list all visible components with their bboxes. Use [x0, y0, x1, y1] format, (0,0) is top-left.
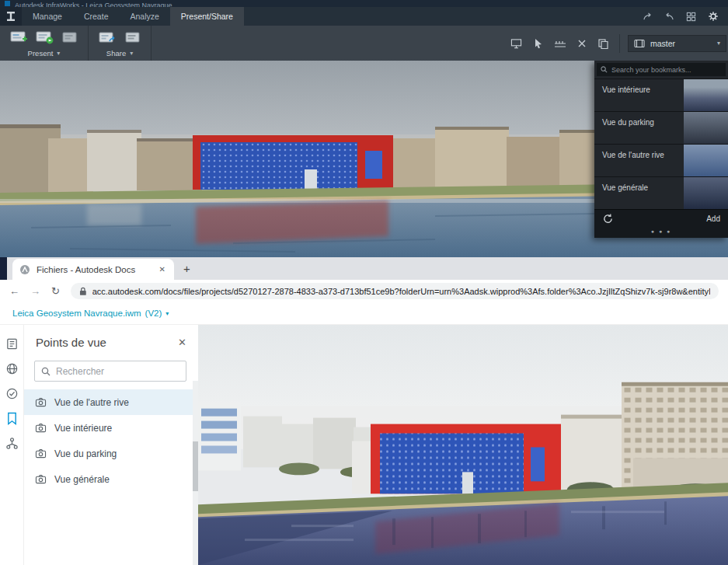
viewpoint-item[interactable]: Vue générale	[24, 466, 198, 492]
record-presentation-button[interactable]	[33, 28, 54, 47]
ribbon-tab-present-share[interactable]: Present/Share	[170, 7, 244, 26]
export-arrow-icon[interactable]	[664, 12, 674, 22]
app-menu-button[interactable]	[0, 7, 22, 26]
monitor-icon[interactable]	[510, 38, 522, 49]
infraworks-app-icon	[5, 11, 16, 22]
ribbon-right-controls	[643, 7, 728, 26]
viewpoints-panel: Points de vue ✕ Vue de l'autre rive	[23, 325, 198, 565]
storyboard-dropdown[interactable]: master ▾	[628, 35, 726, 52]
viewport-tool-cluster: master ▾	[500, 26, 728, 61]
viewpoint-item[interactable]: Vue de l'autre rive	[24, 389, 198, 415]
camera-icon	[35, 474, 47, 484]
camera-icon	[35, 397, 47, 407]
share-tool-group: Share ▾	[89, 26, 152, 61]
share-view-button[interactable]	[96, 28, 117, 47]
presentation-settings-button[interactable]	[59, 28, 80, 47]
presentation-settings-icon	[61, 30, 79, 47]
forward-button[interactable]: →	[30, 285, 40, 297]
reload-button[interactable]: ↻	[51, 285, 60, 297]
new-tab-button[interactable]: +	[183, 263, 190, 274]
left-icon-rail	[0, 325, 23, 565]
present-dropdown[interactable]: Present ▾	[28, 49, 61, 58]
camera-icon	[35, 423, 47, 433]
bookmark-item[interactable]: Vue de l'autre rive	[594, 144, 728, 176]
bookmarks-dropdown-panel: Vue intérieure Vue du parking Vue de l'a…	[594, 61, 728, 238]
viewpoints-bookmark-icon[interactable]	[6, 412, 18, 425]
ribbon-tab-bar: Manage Create Analyze Present/Share	[0, 7, 728, 26]
measure-icon[interactable]	[554, 39, 566, 48]
panel-title: Points de vue	[36, 336, 106, 349]
refresh-bookmarks-button[interactable]	[602, 213, 614, 225]
bookmark-thumbnail	[684, 177, 728, 209]
bookmarks-search[interactable]	[597, 63, 726, 76]
panel-scrollbar[interactable]	[193, 381, 198, 565]
back-button[interactable]: ←	[9, 285, 19, 297]
document-name-link[interactable]: Leica Geosystem Navraque.iwm	[12, 309, 141, 318]
search-icon	[601, 66, 608, 73]
camera-icon	[35, 448, 47, 459]
share-arrow-icon[interactable]	[643, 12, 653, 22]
lock-icon	[79, 287, 87, 296]
layout-grid-icon[interactable]	[686, 12, 696, 22]
record-presentation-icon	[35, 30, 54, 47]
bookmarks-footer: Add	[594, 209, 728, 228]
close-panel-icon[interactable]: ✕	[178, 337, 186, 348]
cross-tool-icon[interactable]	[577, 39, 587, 48]
viewpoints-search[interactable]	[34, 361, 186, 382]
bookmark-item[interactable]: Vue du parking	[594, 111, 728, 144]
document-header: Leica Geosystem Navraque.iwm (V2) ▾	[0, 302, 728, 325]
browser-window: Fichiers - Autodesk Docs ✕ + ← → ↻ acc.a…	[0, 257, 728, 565]
settings-gear-icon[interactable]	[708, 11, 719, 22]
toolbar-separator	[619, 34, 620, 53]
screen: Autodesk InfraWorks - Leica Geosystem Na…	[0, 0, 728, 565]
more-options-button[interactable]: ● ● ●	[594, 228, 728, 238]
background-window-edge	[0, 257, 7, 280]
infraworks-window: Autodesk InfraWorks - Leica Geosystem Na…	[0, 0, 728, 257]
url-field[interactable]: acc.autodesk.com/docs/files/projects/d52…	[71, 283, 719, 299]
add-bookmark-button[interactable]: Add	[706, 214, 720, 223]
pages-icon[interactable]	[597, 38, 608, 49]
docs-3d-viewport[interactable]	[198, 325, 728, 565]
bookmark-item[interactable]: Vue générale	[594, 176, 728, 209]
viewpoints-search-input[interactable]	[56, 366, 179, 377]
close-tab-icon[interactable]: ✕	[158, 263, 167, 275]
chevron-down-icon: ▾	[717, 40, 720, 47]
tab-title: Fichiers - Autodesk Docs	[37, 265, 152, 274]
publish-button[interactable]	[122, 28, 143, 47]
search-icon	[41, 367, 51, 376]
bookmark-thumbnail	[684, 145, 728, 176]
infraworks-logo-icon	[5, 1, 10, 6]
infraworks-3d-viewport[interactable]: Vue intérieure Vue du parking Vue de l'a…	[0, 61, 728, 257]
viewpoint-item[interactable]: Vue intérieure	[24, 415, 198, 441]
publish-icon	[124, 30, 142, 47]
cursor-icon[interactable]	[533, 38, 543, 49]
bookmark-item[interactable]: Vue intérieure	[594, 78, 728, 111]
share-view-icon	[98, 30, 117, 47]
browser-tab-strip: Fichiers - Autodesk Docs ✕ +	[0, 257, 728, 280]
model-hierarchy-icon[interactable]	[5, 437, 19, 450]
url-text: acc.autodesk.com/docs/files/projects/d52…	[92, 287, 710, 296]
docs-main-area: Points de vue ✕ Vue de l'autre rive	[0, 325, 728, 565]
city-scene-bottom	[198, 325, 728, 565]
chevron-down-icon: ▾	[57, 50, 60, 57]
reviews-check-icon[interactable]	[5, 387, 19, 400]
refresh-icon	[602, 213, 614, 225]
globe-icon[interactable]	[5, 362, 19, 375]
chevron-down-icon[interactable]: ▾	[165, 310, 169, 317]
browser-tab[interactable]: Fichiers - Autodesk Docs ✕	[12, 259, 174, 280]
ribbon-tab-create[interactable]: Create	[73, 7, 120, 26]
scrollbar-thumb[interactable]	[193, 441, 198, 491]
document-version-badge: (V2)	[145, 309, 162, 318]
files-icon[interactable]	[5, 337, 19, 351]
new-presentation-button[interactable]	[8, 28, 29, 47]
infraworks-titlebar: Autodesk InfraWorks - Leica Geosystem Na…	[0, 0, 728, 7]
viewpoint-item[interactable]: Vue du parking	[24, 441, 198, 466]
window-title: Autodesk InfraWorks - Leica Geosystem Na…	[15, 0, 172, 7]
share-dropdown[interactable]: Share ▾	[106, 49, 133, 58]
present-tool-group: Present ▾	[0, 26, 89, 61]
ribbon-tab-manage[interactable]: Manage	[22, 7, 73, 26]
ribbon-toolbar: Present ▾	[0, 26, 728, 61]
bookmarks-search-input[interactable]	[611, 66, 722, 74]
new-presentation-icon	[9, 30, 28, 47]
ribbon-tab-analyze[interactable]: Analyze	[119, 7, 169, 26]
